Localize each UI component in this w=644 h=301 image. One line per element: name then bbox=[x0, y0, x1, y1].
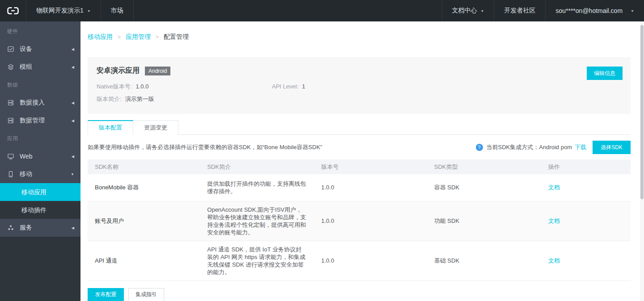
collapse-arrow-icon: ◀ bbox=[72, 119, 74, 123]
footer-actions: 发布配置 集成指引 bbox=[88, 288, 631, 301]
project-name: 物联网开发演示1 bbox=[36, 7, 84, 15]
sdk-desc: API 通道 SDK，提供 IoT 业务协议封装的 API 网关 https 请… bbox=[200, 241, 314, 280]
collapse-arrow-icon: ◀ bbox=[72, 155, 74, 159]
sdk-note: 如果要使用移动插件，请务必选择插件运行需要依赖的容器SDK，如“Bone Mob… bbox=[88, 143, 322, 151]
sdk-desc: 提供加载打开插件的功能，支持离线包缓存插件。 bbox=[200, 174, 314, 201]
sdk-version: 1.0.0 bbox=[314, 174, 427, 201]
native-version-value: 1.0.0 bbox=[136, 80, 148, 93]
account-email: sou****on@hotmail.com bbox=[555, 7, 623, 14]
chevron-down-icon: ▼ bbox=[87, 9, 91, 13]
nav-market[interactable]: 市场 bbox=[101, 0, 134, 21]
collapse-arrow-icon: ◀ bbox=[72, 47, 74, 51]
sidebar-item-mobile[interactable]: 移动 ▼ bbox=[0, 165, 80, 183]
sdk-version: 1.0.0 bbox=[314, 201, 427, 241]
topbar-right: 文档中心 ▼ 开发者社区 sou****on@hotmail.com ▼ bbox=[442, 0, 644, 21]
doc-link[interactable]: 文档 bbox=[548, 217, 560, 224]
table-row: BoneMobile 容器 提供加载打开插件的功能，支持离线包缓存插件。 1.0… bbox=[88, 174, 631, 201]
breadcrumb: 移动应用 > 应用管理 > 配置管理 bbox=[88, 21, 631, 41]
cluster-icon bbox=[7, 224, 14, 231]
collapse-arrow-icon: ◀ bbox=[72, 226, 74, 230]
table-row: 账号及用户 OpenAccount SDK,面向于ISV用户，帮助业务快速建立独… bbox=[88, 201, 631, 241]
sidebar-item-web[interactable]: Web ◀ bbox=[0, 147, 80, 165]
brand-logo[interactable] bbox=[0, 0, 26, 21]
collapse-arrow-icon: ◀ bbox=[72, 101, 74, 105]
version-desc-field: 版本简介: 演示第一版 bbox=[97, 93, 154, 105]
smartphone-icon bbox=[7, 171, 14, 178]
monitor-icon bbox=[7, 153, 14, 160]
edit-info-button[interactable]: 编辑信息 bbox=[587, 67, 623, 80]
sidebar-item-services[interactable]: 服务 ◀ bbox=[0, 219, 80, 237]
device-icon bbox=[7, 46, 14, 53]
app-title: 安卓演示应用 bbox=[97, 66, 140, 75]
main-content: 移动应用 > 应用管理 > 配置管理 安卓演示应用 Android 编辑信息 N… bbox=[80, 21, 644, 301]
sdk-name: API 通道 bbox=[88, 241, 200, 280]
collapse-arrow-icon: ◀ bbox=[72, 65, 74, 69]
col-header-sdk-name: SDK名称 bbox=[88, 159, 200, 174]
help-icon[interactable]: ? bbox=[476, 144, 483, 151]
breadcrumb-separator-icon: > bbox=[156, 34, 159, 40]
sdk-type: 基础 SDK bbox=[427, 241, 541, 280]
breadcrumb-link-mobile-app[interactable]: 移动应用 bbox=[88, 33, 113, 41]
version-desc-value: 演示第一版 bbox=[125, 93, 154, 105]
sdk-table: SDK名称 SDK简介 版本号 SDK类型 操作 BoneMobile 容器 提… bbox=[88, 159, 631, 281]
layers-icon bbox=[7, 63, 14, 71]
tab-resource-change[interactable]: 资源变更 bbox=[133, 120, 178, 135]
integration-guide-button[interactable]: 集成指引 bbox=[128, 288, 164, 301]
table-row: API 通道 API 通道 SDK，提供 IoT 业务协议封装的 API 网关 … bbox=[88, 241, 631, 280]
sdk-desc: OpenAccount SDK,面向于ISV用户，帮助业务快速建立独立账号和品牌… bbox=[200, 201, 314, 241]
breadcrumb-link-app-management[interactable]: 应用管理 bbox=[126, 33, 151, 41]
col-header-sdk-type: SDK类型 bbox=[427, 159, 541, 174]
tab-version-config[interactable]: 版本配置 bbox=[88, 120, 133, 135]
doc-link[interactable]: 文档 bbox=[548, 184, 560, 191]
tab-bar: 版本配置 资源变更 bbox=[88, 120, 631, 135]
sidebar-item-devices[interactable]: 设备 ◀ bbox=[0, 40, 80, 58]
sdk-version: 1.0.0 bbox=[314, 241, 427, 280]
sidebar-subitem-mobile-app[interactable]: 移动应用 bbox=[0, 183, 80, 201]
platform-badge: Android bbox=[145, 67, 170, 75]
breadcrumb-separator-icon: > bbox=[118, 34, 121, 40]
sidebar-section-data: 数据 bbox=[0, 76, 80, 94]
sidebar-section-application: 应用 bbox=[0, 130, 80, 147]
sidebar-section-hardware: 硬件 bbox=[0, 22, 80, 40]
publish-config-button[interactable]: 发布配置 bbox=[88, 288, 124, 301]
native-version-field: Native版本号: 1.0.0 bbox=[97, 80, 272, 93]
sidebar-item-modules[interactable]: 模组 ◀ bbox=[0, 58, 80, 76]
account-menu[interactable]: sou****on@hotmail.com ▼ bbox=[545, 0, 644, 21]
nav-developer-community[interactable]: 开发者社区 bbox=[494, 0, 545, 21]
database-icon bbox=[7, 99, 14, 106]
col-header-sdk-desc: SDK简介 bbox=[200, 159, 314, 174]
database-icon bbox=[7, 117, 14, 124]
sdk-actions-row: 如果要使用移动插件，请务必选择插件运行需要依赖的容器SDK，如“Bone Mob… bbox=[88, 141, 631, 154]
download-link[interactable]: 下载 bbox=[575, 143, 586, 151]
app-info-card: 安卓演示应用 Android 编辑信息 Native版本号: 1.0.0 API… bbox=[88, 57, 631, 114]
sidebar-menu: 硬件 设备 ◀ 模组 ◀ 数据 数据接入 bbox=[0, 21, 80, 237]
select-sdk-button[interactable]: 选择SDK bbox=[593, 141, 631, 154]
table-header-row: SDK名称 SDK简介 版本号 SDK类型 操作 bbox=[88, 159, 631, 174]
chevron-down-icon: ▼ bbox=[481, 9, 484, 13]
topbar: 物联网开发演示1 ▼ 市场 文档中心 ▼ 开发者社区 sou****on@hot… bbox=[0, 0, 644, 21]
vertical-scrollbar bbox=[640, 21, 644, 301]
sidebar: 硬件 设备 ◀ 模组 ◀ 数据 数据接入 bbox=[0, 21, 80, 301]
sidebar-subitem-mobile-plugin[interactable]: 移动插件 bbox=[0, 201, 80, 219]
api-level-field: API Level: 1 bbox=[272, 80, 305, 93]
sdk-integration-label: 当前SDK集成方式：Android pom bbox=[487, 143, 572, 151]
sdk-type: 功能 SDK bbox=[427, 201, 541, 241]
sidebar-item-data-ingest[interactable]: 数据接入 ◀ bbox=[0, 94, 80, 112]
expand-arrow-icon: ▼ bbox=[71, 172, 74, 176]
project-switcher[interactable]: 物联网开发演示1 ▼ bbox=[26, 0, 101, 21]
col-header-action: 操作 bbox=[541, 159, 631, 174]
scrollbar-thumb[interactable] bbox=[640, 25, 644, 199]
sdk-name: 账号及用户 bbox=[88, 201, 200, 241]
cloud-brackets-icon bbox=[7, 7, 19, 15]
breadcrumb-current: 配置管理 bbox=[164, 33, 189, 41]
chevron-down-icon: ▼ bbox=[631, 9, 634, 13]
sdk-type: 容器 SDK bbox=[427, 174, 541, 201]
doc-link[interactable]: 文档 bbox=[548, 257, 560, 264]
nav-doc-center[interactable]: 文档中心 ▼ bbox=[442, 0, 494, 21]
sdk-name: BoneMobile 容器 bbox=[88, 174, 200, 201]
col-header-version: 版本号 bbox=[314, 159, 427, 174]
sidebar-item-data-management[interactable]: 数据管理 ◀ bbox=[0, 112, 80, 130]
api-level-value: 1 bbox=[302, 80, 305, 93]
